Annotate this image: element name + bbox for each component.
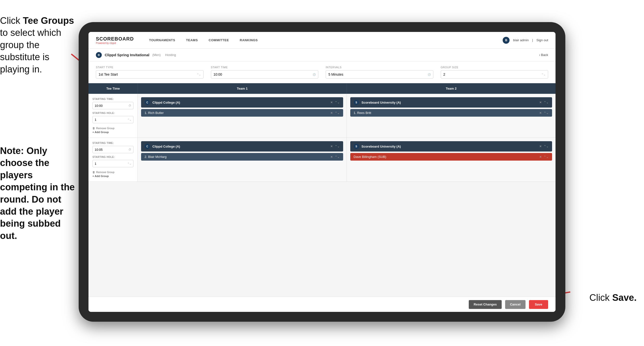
tablet-device: SCOREBOARD Powered by clippd TOURNAMENTS… xyxy=(79,22,565,322)
group-1-team2-player-1[interactable]: 1. Rees Britt ✕ ⌃⌄ xyxy=(350,109,552,117)
group-2-hole-label: STARTING HOLE: xyxy=(92,156,134,158)
nav-tournaments[interactable]: TOURNAMENTS xyxy=(144,32,180,49)
group-1-team2-card-left: S Scoreboard University (A) xyxy=(354,100,401,105)
group-1-team2-player-1-controls: ✕ ⌃⌄ xyxy=(539,111,549,115)
group-1-player-1-x[interactable]: ✕ xyxy=(539,111,542,115)
group-1-player-1-arrow[interactable]: ⌃⌄ xyxy=(544,111,549,115)
group-1-team1-arrow[interactable]: ⌃⌄ xyxy=(335,101,340,104)
group-2-team1-arrow[interactable]: ⌃⌄ xyxy=(335,145,340,148)
group-2-team2-arrow[interactable]: ⌃⌄ xyxy=(544,145,549,148)
settings-row: Start Type 1st Tee Start ⌃⌄ Start Time 1… xyxy=(88,61,556,83)
sub-header-left: B Clippd Spring Invitational (Men) Hosti… xyxy=(96,52,539,58)
note-bold-note: Note: xyxy=(0,146,26,156)
player-1-x[interactable]: ✕ xyxy=(330,111,333,115)
sub-header: B Clippd Spring Invitational (Men) Hosti… xyxy=(88,49,556,61)
nav-divider: | xyxy=(532,38,533,42)
group-row-2: STARTING TIME: 10:05 ⏱ STARTING HOLE: 1 … xyxy=(88,138,556,182)
nav-right: B blair admin | Sign out xyxy=(503,37,548,44)
group-1-team1-card-left: C Clippd College (A) xyxy=(144,100,180,105)
remove-group-2-button[interactable]: 🗑 Remove Group xyxy=(92,171,134,174)
group-1-team2-x[interactable]: ✕ xyxy=(539,101,542,104)
cancel-button[interactable]: Cancel xyxy=(505,300,526,309)
group-2-actions: 🗑 Remove Group + Add Group xyxy=(92,171,134,178)
group-2-team2-card[interactable]: S Scoreboard University (A) ✕ ⌃⌄ xyxy=(350,141,552,151)
group-2-team2-card-left: S Scoreboard University (A) xyxy=(354,144,401,149)
group-row-1: STARTING TIME: 10:00 ⏱ STARTING HOLE: 1 … xyxy=(88,94,556,138)
group-2-team1-player-1-controls: ✕ ⌃⌄ xyxy=(330,155,340,159)
nav-teams[interactable]: TEAMS xyxy=(181,32,203,49)
note-instruction: Note: Only choose the players competing … xyxy=(0,145,76,242)
group-2-sub-player-arrow[interactable]: ⌃⌄ xyxy=(544,155,549,159)
bottom-bar: Reset Changes Cancel Save xyxy=(88,297,556,312)
player-1-arrow[interactable]: ⌃⌄ xyxy=(335,111,340,115)
click-save-bold: Save. xyxy=(612,293,637,303)
sign-out-link[interactable]: Sign out xyxy=(536,38,548,42)
click-save-prefix: Click xyxy=(590,293,612,303)
group-size-label: Group Size xyxy=(441,66,548,69)
remove-icon: 🗑 xyxy=(92,127,95,130)
remove-group-2-label: Remove Group xyxy=(96,171,114,174)
group-2-hole-input[interactable]: 1 ⌃⌄ xyxy=(92,160,134,167)
start-type-value: 1st Tee Start xyxy=(98,72,118,76)
group-2-player-1-arrow[interactable]: ⌃⌄ xyxy=(335,155,340,159)
start-type-input[interactable]: 1st Tee Start ⌃⌄ xyxy=(96,70,204,79)
remove-group-2-icon: 🗑 xyxy=(92,171,95,174)
groups-area[interactable]: STARTING TIME: 10:00 ⏱ STARTING HOLE: 1 … xyxy=(88,94,556,297)
start-time-input[interactable]: 10:00 🕙 xyxy=(211,70,318,79)
group-1-team2-col: S Scoreboard University (A) ✕ ⌃⌄ 1. Rees… xyxy=(347,94,556,137)
group-size-group: Group Size 2 ⌃⌄ xyxy=(441,66,548,79)
group-2-sub-player-x[interactable]: ✕ xyxy=(539,155,542,159)
intervals-input[interactable]: 5 Minutes 🕙 xyxy=(326,70,433,79)
user-name: blair admin xyxy=(513,38,529,42)
add-group-2-button[interactable]: + Add Group xyxy=(92,175,134,178)
logo-text: SCOREBOARD xyxy=(96,36,134,42)
tablet-screen: SCOREBOARD Powered by clippd TOURNAMENTS… xyxy=(88,32,556,312)
avatar: B xyxy=(503,37,510,44)
group-1-team2-arrow[interactable]: ⌃⌄ xyxy=(544,101,549,104)
nav-committee[interactable]: COMMITTEE xyxy=(203,32,234,49)
main-content: Start Type 1st Tee Start ⌃⌄ Start Time 1… xyxy=(88,61,556,312)
reset-changes-button[interactable]: Reset Changes xyxy=(469,300,502,309)
start-time-clock: 🕙 xyxy=(313,73,316,76)
start-time-group: Start Time 10:00 🕙 xyxy=(211,66,318,79)
group-2-time-clock: ⏱ xyxy=(128,148,131,151)
group-2-team1-card[interactable]: C Clippd College (A) ✕ ⌃⌄ xyxy=(141,141,343,151)
breadcrumb-icon: B xyxy=(96,52,102,58)
group-2-team1-x[interactable]: ✕ xyxy=(330,145,333,148)
add-group-1-button[interactable]: + Add Group xyxy=(92,131,134,134)
group-1-team1-player-1[interactable]: 1. Rich Butler ✕ ⌃⌄ xyxy=(141,109,343,117)
instruction-tee-groups: Click Tee Groups to select which group t… xyxy=(0,15,76,75)
group-2-team2-player-1-controls: ✕ ⌃⌄ xyxy=(539,155,549,159)
group-2-team1-card-left: C Clippd College (A) xyxy=(144,144,180,149)
group-1-team2-card[interactable]: S Scoreboard University (A) ✕ ⌃⌄ xyxy=(350,97,552,108)
add-group-2-label: + Add Group xyxy=(92,175,109,178)
navbar: SCOREBOARD Powered by clippd TOURNAMENTS… xyxy=(88,32,556,49)
group-1-time-value: 10:00 xyxy=(95,104,103,108)
group-2-player-1-x[interactable]: ✕ xyxy=(330,155,333,159)
intervals-label: Intervals xyxy=(326,66,433,69)
group-size-input[interactable]: 2 ⌃⌄ xyxy=(441,70,548,79)
group-1-team1-x[interactable]: ✕ xyxy=(330,101,333,104)
group-1-hole-input[interactable]: 1 ⌃⌄ xyxy=(92,116,134,123)
group-1-time-input[interactable]: 10:00 ⏱ xyxy=(92,102,134,109)
th-tee-time: Tee Time xyxy=(88,83,138,94)
table-header-row: Tee Time Team 1 Team 2 xyxy=(88,83,556,94)
start-time-value: 10:00 xyxy=(214,72,222,76)
instruction-text-suffix: to select which group the substitute is … xyxy=(0,27,61,74)
group-2-team2-player-1-sub[interactable]: Dave Billingham (SUB) ✕ ⌃⌄ xyxy=(350,153,552,161)
group-1-time-clock: ⏱ xyxy=(128,104,131,107)
remove-group-1-button[interactable]: 🗑 Remove Group xyxy=(92,127,134,130)
nav-rankings[interactable]: RANKINGS xyxy=(234,32,263,49)
save-button[interactable]: Save xyxy=(529,300,548,309)
group-1-team1-controls: ✕ ⌃⌄ xyxy=(330,101,340,104)
group-2-team1-player-1[interactable]: 2. Blair McHarg ✕ ⌃⌄ xyxy=(141,153,343,161)
group-2-team2-name: Scoreboard University (A) xyxy=(362,145,401,148)
start-type-group: Start Type 1st Tee Start ⌃⌄ xyxy=(96,66,204,79)
back-link[interactable]: ‹ Back xyxy=(539,53,548,57)
th-team1: Team 1 xyxy=(138,83,346,94)
group-1-team1-card[interactable]: C Clippd College (A) ✕ ⌃⌄ xyxy=(141,97,343,108)
group-2-team1-icon: C xyxy=(144,144,150,149)
group-2-team2-x[interactable]: ✕ xyxy=(539,145,542,148)
group-2-time-input[interactable]: 10:05 ⏱ xyxy=(92,146,134,153)
group-1-actions: 🗑 Remove Group + Add Group xyxy=(92,127,134,134)
